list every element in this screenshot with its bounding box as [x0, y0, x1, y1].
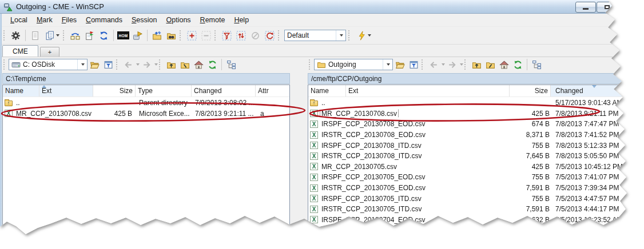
file-row[interactable]: MR_CCP_20130708.csv 425 B 7/8/2013 9:21:… — [308, 109, 643, 119]
file-row[interactable]: IRSPF_CCP_20130705_EOD.csv 755 B 7/5/201… — [308, 172, 643, 183]
compare-directories-button[interactable] — [82, 29, 97, 42]
file-row[interactable]: IRSPF_CCP_20130704_EOD.csv 632 B 7/5/201… — [308, 215, 643, 226]
column-header-name[interactable]: Name — [3, 85, 39, 97]
remote-parent-directory-button[interactable] — [470, 58, 483, 71]
toolbar-grip[interactable] — [63, 30, 66, 41]
transfer-settings-button[interactable] — [130, 29, 145, 42]
local-refresh-button[interactable] — [205, 58, 219, 71]
forward-history-dropdown[interactable] — [154, 63, 158, 66]
maximize-button[interactable] — [597, 2, 617, 13]
column-header-ext[interactable]: Ext — [39, 85, 93, 97]
menu-item[interactable]: Remote — [196, 15, 230, 25]
dropdown-arrow[interactable] — [383, 59, 392, 70]
toolbar-grip[interactable] — [348, 30, 351, 41]
column-header-changed[interactable]: Changed — [192, 85, 256, 97]
menu-item[interactable]: Local — [6, 15, 32, 25]
column-header-name[interactable]: Name — [308, 85, 346, 97]
column-header-size[interactable]: Size — [93, 85, 136, 97]
reload-session-button[interactable] — [263, 29, 277, 42]
toolbar-grip[interactable] — [3, 59, 6, 70]
file-row[interactable]: IRSPF_CCP_20130705_ITD.csv 755 B 7/5/201… — [308, 193, 643, 204]
minimize-button[interactable] — [575, 2, 596, 13]
filter-files-button[interactable] — [220, 29, 234, 42]
remote-directory-select[interactable]: Outgoing — [314, 59, 393, 70]
file-size: 425 B — [93, 110, 136, 118]
toolbar-grip[interactable] — [422, 59, 424, 70]
chevron-down-icon — [368, 34, 371, 37]
forward-history-dropdown[interactable] — [460, 63, 463, 66]
remote-open-directory-button[interactable] — [393, 58, 407, 71]
remote-root-directory-button[interactable] — [483, 58, 497, 71]
menu-item[interactable]: Options — [162, 15, 196, 25]
file-row[interactable]: IRSPF_CCP_20130708_EOD.csv 674 B 7/8/201… — [308, 119, 643, 130]
transfer-selected-button[interactable] — [234, 29, 248, 42]
file-row[interactable]: .. 5/17/2013 9:01:43 AM — [308, 98, 643, 109]
remote-filter-button[interactable] — [407, 58, 420, 71]
file-row[interactable]: IRSTR_CCP_20130708_ITD.csv 7,645 B 7/8/2… — [308, 151, 643, 162]
select-files-button[interactable] — [185, 29, 199, 42]
title-bar[interactable]: Outgoing - CME - WinSCP — [0, 0, 629, 14]
file-row[interactable]: .. Parent directory 7/9/2013 3:08:02 ... — [3, 98, 289, 109]
open-folder-icon — [90, 60, 100, 70]
file-row[interactable]: IRSTR_CCP_20130708_EOD.csv 8,371 B 7/8/2… — [308, 130, 643, 140]
column-header-attr[interactable]: Attr — [256, 85, 289, 97]
duplicate-session-button[interactable] — [42, 29, 62, 42]
toolbar-grip[interactable] — [159, 59, 162, 70]
file-row[interactable]: MR_CCP_20130708.csv 425 B Microsoft Exce… — [3, 109, 289, 119]
dropdown-arrow[interactable] — [77, 59, 87, 70]
file-row[interactable]: IRSTR_CCP_20130705_ITD.csv 7,591 B 7/5/2… — [308, 204, 643, 215]
toolbar-grip[interactable] — [309, 59, 312, 70]
find-files-button[interactable] — [164, 29, 178, 42]
menu-item[interactable]: Session — [127, 15, 161, 25]
menu-item[interactable]: Mark — [32, 15, 57, 25]
toolbar-grip[interactable] — [3, 30, 6, 41]
menu-item[interactable]: Help — [229, 15, 253, 25]
dropdown-arrow[interactable] — [336, 30, 345, 41]
file-row[interactable]: MR_CCP_20130705.csv 425 B 7/5/2013 10:45… — [308, 162, 643, 172]
local-root-directory-button[interactable] — [178, 58, 192, 71]
synchronize-button[interactable] — [68, 29, 82, 42]
remote-refresh-button[interactable] — [511, 58, 524, 71]
minus-icon — [201, 31, 211, 41]
local-drive-select[interactable]: C: OSDisk — [9, 59, 88, 70]
remote-path-bar[interactable]: /cme/ftp/CCP/Outgoing — [308, 73, 644, 84]
local-path-bar[interactable]: C:\Temp\cme — [2, 73, 290, 84]
local-file-list: Name Ext Size Type Changed Attr .. — [2, 85, 290, 242]
toolbar-grip[interactable] — [464, 59, 467, 70]
menu-item[interactable]: Files — [57, 15, 81, 25]
column-header-size[interactable]: Size — [510, 85, 551, 97]
file-size: 8,371 B — [510, 131, 551, 139]
tab-session-cme[interactable]: CME — [2, 45, 38, 57]
remote-tree-toggle-button[interactable] — [530, 58, 543, 71]
menu-item[interactable]: Commands — [81, 15, 127, 25]
toolbar-grip[interactable] — [180, 30, 182, 41]
column-header-ext[interactable]: Ext — [346, 85, 510, 97]
console-button[interactable]: HOM — [116, 29, 130, 42]
file-row[interactable]: IRSPF_CCP_20130708_ITD.csv 755 B 7/8/201… — [308, 140, 643, 151]
unselect-files-button[interactable] — [199, 29, 213, 42]
new-session-tab[interactable]: + — [40, 47, 59, 57]
explore-button[interactable] — [353, 29, 374, 42]
refresh-button[interactable] — [97, 29, 111, 42]
local-parent-directory-button[interactable] — [164, 58, 178, 71]
file-changed: 7/8/2013 9:21:11 PM — [551, 110, 643, 118]
arrow-left-icon — [124, 60, 133, 70]
excel-file-icon — [310, 184, 318, 192]
toolbar-grip[interactable] — [278, 30, 281, 41]
file-changed: 7/8/2013 5:05:50 PM — [551, 152, 643, 160]
toolbar-grip[interactable] — [214, 30, 217, 41]
remote-home-directory-button[interactable] — [497, 58, 511, 71]
toolbar-grip[interactable] — [116, 59, 119, 70]
synchronize-browsing-button[interactable] — [150, 29, 164, 42]
winscp-window: Outgoing - CME - WinSCP LocalMarkFilesCo… — [0, 0, 629, 240]
column-header-changed[interactable]: Changed — [551, 85, 643, 97]
preferences-button[interactable] — [9, 29, 23, 42]
queue-toggle-button[interactable] — [28, 29, 42, 42]
local-home-directory-button[interactable] — [192, 58, 205, 71]
column-header-type[interactable]: Type — [136, 85, 192, 97]
local-filter-button[interactable] — [101, 58, 115, 71]
local-open-directory-button[interactable] — [88, 58, 101, 71]
file-row[interactable]: IRSTR_CCP_20130705_EOD.csv 7,591 B 7/5/2… — [308, 183, 643, 194]
transfer-profile-select[interactable]: Default — [284, 30, 346, 41]
local-tree-toggle-button[interactable] — [224, 58, 238, 71]
